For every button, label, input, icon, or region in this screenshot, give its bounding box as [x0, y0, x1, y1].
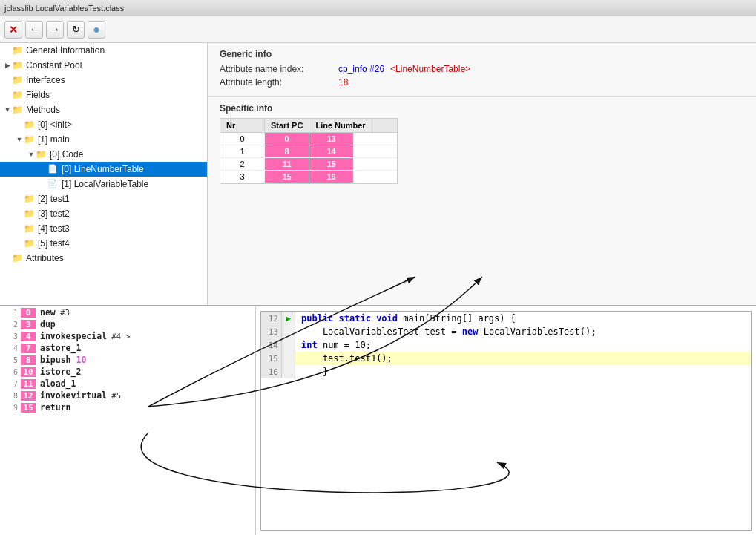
tree-label-test4: [5] test4	[38, 238, 70, 249]
play-arrow-icon: ▶	[286, 313, 291, 324]
folder-icon-attributes: 📁	[12, 253, 24, 263]
tree-item-constantpool[interactable]: ▶📁Constant Pool	[0, 58, 207, 73]
table-row-0: 0013	[220, 133, 397, 145]
folder-icon-test4: 📁	[24, 238, 36, 249]
attr-length-row: Attribute length: 18	[220, 77, 744, 88]
tree-label-init: [0] <init>	[38, 119, 72, 130]
source-row-3: 15 test.test1();	[261, 352, 751, 365]
bytecode-row-4: 58bipush 10	[0, 354, 255, 366]
attr-name-row: Attribute name index: cp_info #26 <LineN…	[220, 64, 744, 74]
tree-arrow-code: ▼	[27, 151, 36, 158]
header-nr: Nr	[220, 119, 265, 132]
header-startpc: Start PC	[265, 119, 309, 132]
right-panel: Generic info Attribute name index: cp_in…	[208, 43, 756, 305]
tree-item-attributes[interactable]: 📁Attributes	[0, 251, 207, 266]
cell-linenum-1: 14	[309, 145, 354, 157]
attr-name-link[interactable]: cp_info #26	[338, 64, 384, 74]
attr-name-label: Attribute name index:	[220, 64, 338, 74]
bytecode-row-2: 34invokespecial #4 >	[0, 330, 255, 342]
cell-nr-2: 2	[220, 158, 265, 170]
bytecode-row-7: 812invokevirtual #5	[0, 390, 255, 401]
close-button[interactable]: ✕	[4, 21, 22, 39]
tree-label-main: [1] main	[38, 134, 70, 145]
tree-label-interfaces: Interfaces	[26, 75, 65, 85]
tree-item-test1[interactable]: 📁[2] test1	[0, 191, 207, 206]
cell-linenum-3: 16	[309, 171, 354, 183]
cell-nr-0: 0	[220, 133, 265, 145]
tree-label-general: General Information	[26, 45, 105, 56]
info-button[interactable]: ●	[88, 21, 105, 39]
tree-item-localvariabletable[interactable]: 📄[1] LocalVariableTable	[0, 177, 207, 191]
folder-icon-methods: 📁	[12, 105, 24, 115]
source-row-1: 13 LocalVariablesTest test = new LocalVa…	[261, 325, 751, 338]
tree-label-test2: [3] test2	[38, 209, 70, 219]
bytecode-panel: 10new #3 23dup34invokespecial #4 >47asto…	[0, 306, 256, 535]
table-header: Nr Start PC Line Number	[220, 119, 397, 133]
tree-item-linenumbertable[interactable]: 📄[0] LineNumberTable	[0, 162, 207, 177]
tree-arrow-main: ▼	[15, 136, 24, 143]
folder-icon-test3: 📁	[24, 223, 36, 234]
tree-item-fields[interactable]: 📁Fields	[0, 88, 207, 102]
bytecode-row-0: 10new #3	[0, 306, 255, 318]
tree-item-test3[interactable]: 📁[4] test3	[0, 221, 207, 236]
tree-item-general[interactable]: 📁General Information	[0, 43, 207, 58]
cell-startpc-2: 11	[265, 158, 309, 170]
table-row-1: 1814	[220, 145, 397, 158]
tree-label-fields: Fields	[26, 90, 50, 100]
folder-icon-code: 📁	[36, 149, 47, 160]
cell-linenum-2: 15	[309, 158, 354, 170]
folder-icon-interfaces: 📁	[12, 75, 24, 85]
toolbar: ✕ ← → ↻ ●	[0, 16, 756, 43]
folder-icon-main: 📁	[24, 134, 36, 145]
tree-label-constantpool: Constant Pool	[26, 60, 82, 70]
bytecode-row-6: 711aload_1	[0, 378, 255, 390]
tree-label-attributes: Attributes	[26, 253, 64, 263]
folder-icon-constantpool: 📁	[12, 60, 24, 70]
header-linenumber: Line Number	[309, 119, 372, 132]
source-row-0: 12▶public static void main(String[] args…	[261, 312, 751, 325]
forward-button[interactable]: →	[46, 21, 64, 39]
folder-icon-test2: 📁	[24, 209, 36, 219]
tree-label-methods: Methods	[26, 105, 60, 115]
specific-info-section: Specific info Nr Start PC Line Number 00…	[208, 97, 756, 305]
tree-label-linenumbertable: [0] LineNumberTable	[62, 164, 144, 174]
tree-item-test2[interactable]: 📁[3] test2	[0, 206, 207, 221]
bytecode-row-3: 47astore_1	[0, 342, 255, 354]
attr-length-value: 18	[338, 77, 348, 88]
source-row-2: 14 int num = 10;	[261, 338, 751, 352]
folder-icon-general: 📁	[12, 45, 24, 56]
tree-item-interfaces[interactable]: 📁Interfaces	[0, 73, 207, 88]
folder-icon-fields: 📁	[12, 90, 24, 100]
line-number-table: Nr Start PC Line Number 0013181421115315…	[220, 118, 398, 184]
bottom-section: 10new #3 23dup34invokespecial #4 >47asto…	[0, 305, 756, 535]
generic-info-title: Generic info	[220, 49, 744, 59]
tree-item-test4[interactable]: 📁[5] test4	[0, 236, 207, 251]
specific-info-title: Specific info	[220, 103, 744, 114]
table-row-3: 31516	[220, 171, 397, 183]
bytecode-row-1: 23dup	[0, 318, 255, 330]
folder-icon-test1: 📁	[24, 194, 36, 204]
tree-panel: 📁General Information▶📁Constant Pool📁Inte…	[0, 43, 208, 305]
cell-linenum-0: 13	[309, 133, 354, 145]
source-panel: 12▶public static void main(String[] args…	[260, 311, 752, 531]
tree-arrow-constantpool: ▶	[3, 62, 12, 69]
tree-item-init[interactable]: 📁[0] <init>	[0, 117, 207, 132]
cell-startpc-1: 8	[265, 145, 309, 157]
title-bar: jclasslib LocalVariablesTest.class	[0, 0, 756, 16]
refresh-button[interactable]: ↻	[67, 21, 85, 39]
attr-name-extra: <LineNumberTable>	[390, 64, 470, 74]
title-text: jclasslib LocalVariablesTest.class	[4, 4, 124, 13]
bytecode-row-8: 915return	[0, 401, 255, 413]
tree-item-code[interactable]: ▼📁[0] Code	[0, 147, 207, 162]
cell-nr-3: 3	[220, 171, 265, 183]
file-icon-linenumbertable: 📄	[47, 164, 59, 174]
tree-label-code: [0] Code	[50, 149, 83, 160]
tree-label-test3: [4] test3	[38, 223, 70, 234]
tree-label-localvariabletable: [1] LocalVariableTable	[62, 179, 148, 189]
file-icon-localvariabletable: 📄	[47, 179, 59, 189]
tree-item-methods[interactable]: ▼📁Methods	[0, 102, 207, 117]
source-row-4: 16 }	[261, 365, 751, 378]
tree-item-main[interactable]: ▼📁[1] main	[0, 132, 207, 147]
back-button[interactable]: ←	[25, 21, 43, 39]
folder-icon-init: 📁	[24, 119, 36, 130]
